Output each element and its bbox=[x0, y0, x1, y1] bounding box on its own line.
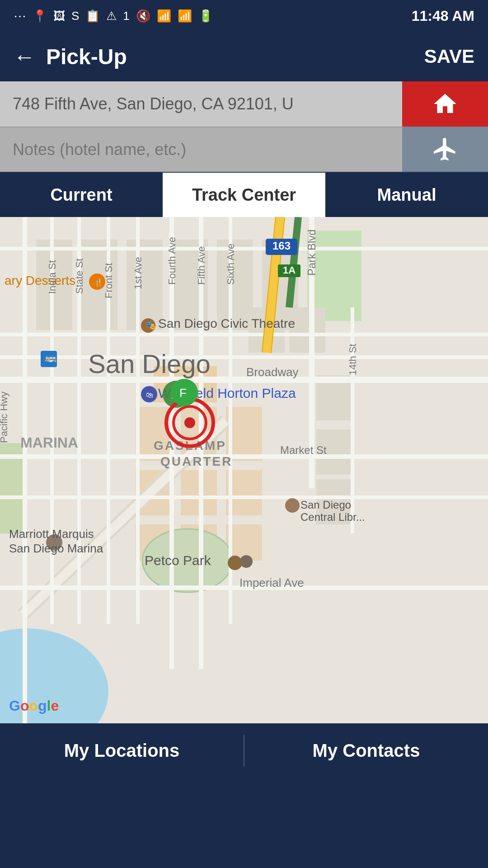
svg-rect-7 bbox=[127, 240, 163, 330]
bottom-bar: My Locations My Contacts bbox=[0, 723, 488, 778]
page-title: Pick-Up bbox=[46, 44, 424, 69]
svg-text:Fourth Ave: Fourth Ave bbox=[166, 237, 178, 285]
status-bar: ⋯ 📍 🖼 S 📋 ⚠ 1 🔇 📶 📶 🔋 11:48 AM bbox=[0, 0, 488, 32]
battery-icon: 🔋 bbox=[198, 9, 213, 23]
svg-text:🎭: 🎭 bbox=[145, 321, 156, 330]
svg-text:🚌: 🚌 bbox=[44, 351, 57, 363]
signal-icon: 📶 bbox=[178, 9, 192, 23]
svg-text:Front St: Front St bbox=[103, 263, 114, 298]
svg-text:QUARTER: QUARTER bbox=[160, 454, 232, 468]
notes-input[interactable] bbox=[0, 127, 402, 172]
svg-text:San Diego Civic Theatre: San Diego Civic Theatre bbox=[158, 316, 295, 330]
status-time: 11:48 AM bbox=[412, 8, 474, 24]
warning-icon: ⚠ bbox=[106, 9, 117, 23]
svg-text:Marriott Marquis: Marriott Marquis bbox=[9, 527, 94, 541]
tab-manual[interactable]: Manual bbox=[325, 173, 488, 217]
address-input[interactable] bbox=[0, 81, 402, 127]
svg-text:ary Desserts: ary Desserts bbox=[5, 274, 75, 288]
save-button[interactable]: SAVE bbox=[424, 46, 474, 67]
svg-text:Pacific Hwy: Pacific Hwy bbox=[0, 392, 9, 443]
side-buttons bbox=[402, 81, 488, 172]
svg-text:Park Blvd: Park Blvd bbox=[305, 229, 318, 276]
svg-point-70 bbox=[285, 498, 300, 513]
my-locations-button[interactable]: My Locations bbox=[0, 723, 244, 778]
status-icons: ⋯ 📍 🖼 S 📋 ⚠ 1 🔇 📶 📶 🔋 bbox=[14, 9, 213, 24]
svg-text:1st Ave: 1st Ave bbox=[132, 257, 144, 289]
wifi-icon: 📶 bbox=[157, 9, 171, 23]
home-button[interactable] bbox=[402, 81, 488, 127]
dollar-icon: S bbox=[71, 9, 79, 23]
svg-text:Central Libr...: Central Libr... bbox=[300, 511, 365, 523]
svg-point-94 bbox=[184, 417, 195, 428]
svg-text:F: F bbox=[179, 386, 187, 400]
svg-text:MARINA: MARINA bbox=[20, 434, 78, 451]
svg-text:San Diego Marina: San Diego Marina bbox=[9, 542, 103, 555]
svg-text:Fifth Ave: Fifth Ave bbox=[196, 246, 207, 285]
image-icon: 🖼 bbox=[53, 9, 65, 23]
location-icon: 📍 bbox=[33, 9, 47, 23]
svg-text:14th St: 14th St bbox=[347, 344, 358, 375]
header: ← Pick-Up SAVE bbox=[0, 32, 488, 81]
svg-text:1A: 1A bbox=[283, 264, 296, 276]
my-contacts-button[interactable]: My Contacts bbox=[244, 723, 488, 778]
svg-text:San Diego: San Diego bbox=[300, 499, 351, 511]
svg-text:State St: State St bbox=[74, 259, 85, 294]
svg-point-67 bbox=[228, 556, 242, 570]
google-g2: g bbox=[38, 698, 47, 714]
google-o1: o bbox=[20, 698, 29, 714]
google-logo: Google bbox=[9, 698, 59, 714]
tab-bar: Current Track Center Manual bbox=[0, 172, 488, 217]
svg-text:Market St: Market St bbox=[280, 444, 327, 456]
google-o2: o bbox=[29, 698, 38, 714]
svg-text:Broadway: Broadway bbox=[246, 365, 299, 379]
copy-icon: 📋 bbox=[85, 9, 100, 23]
svg-text:Imperial Ave: Imperial Ave bbox=[239, 576, 304, 590]
map-container[interactable]: San Diego Civic Theatre 🎭 San Diego Broa… bbox=[0, 217, 488, 723]
svg-text:163: 163 bbox=[272, 240, 291, 252]
svg-text:India St: India St bbox=[47, 260, 58, 294]
plane-button[interactable] bbox=[402, 127, 488, 172]
input-area bbox=[0, 81, 488, 172]
mute-icon: 🔇 bbox=[136, 9, 150, 23]
svg-text:Sixth Ave: Sixth Ave bbox=[225, 244, 236, 285]
tab-track-center[interactable]: Track Center bbox=[163, 173, 325, 217]
google-e: e bbox=[51, 698, 59, 714]
svg-text:🛍: 🛍 bbox=[146, 391, 153, 399]
one-icon: 1 bbox=[123, 9, 129, 23]
svg-text:San Diego: San Diego bbox=[88, 349, 211, 378]
menu-icon: ⋯ bbox=[14, 9, 26, 24]
plane-icon bbox=[432, 136, 459, 163]
back-button[interactable]: ← bbox=[14, 44, 35, 69]
home-icon bbox=[432, 90, 459, 118]
map-svg: San Diego Civic Theatre 🎭 San Diego Broa… bbox=[0, 217, 488, 723]
svg-text:Petco Park: Petco Park bbox=[145, 553, 211, 568]
tab-current[interactable]: Current bbox=[0, 173, 163, 217]
svg-point-69 bbox=[240, 555, 253, 568]
google-g: G bbox=[9, 698, 20, 714]
input-fields bbox=[0, 81, 402, 172]
svg-text:🍴: 🍴 bbox=[94, 278, 103, 287]
